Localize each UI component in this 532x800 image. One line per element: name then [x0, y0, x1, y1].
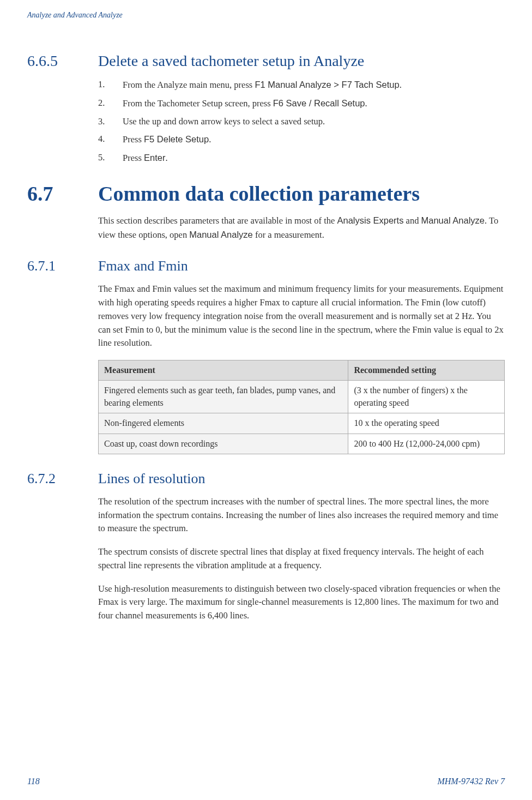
- section-title-671: Fmax and Fmin: [98, 258, 188, 274]
- intro-67: This section describes parameters that a…: [98, 214, 505, 242]
- section-title-67: Common data collection parameters: [98, 182, 420, 206]
- para-671: The Fmax and Fmin values set the maximum…: [98, 282, 505, 350]
- page-number: 118: [27, 777, 40, 786]
- para-672-1: The resolution of the spectrum increases…: [98, 495, 505, 536]
- table-row: Non-fingered elements10 x the operating …: [99, 413, 505, 434]
- section-title-665: Delete a saved tachometer setup in Analy…: [98, 52, 364, 70]
- table-header-measurement: Measurement: [99, 360, 348, 381]
- list-item: 2.From the Tachometer Setup screen, pres…: [98, 97, 505, 111]
- list-item: 3.Use the up and down arrow keys to sele…: [98, 115, 505, 129]
- list-item: 4.Press F5 Delete Setup.: [98, 133, 505, 147]
- table-header-setting: Recommended setting: [348, 360, 505, 381]
- list-item: 5.Press Enter.: [98, 151, 505, 165]
- section-number-67: 6.7: [27, 182, 98, 206]
- running-header: Analyze and Advanced Analyze: [27, 11, 505, 20]
- table-row: Coast up, coast down recordings200 to 40…: [99, 434, 505, 454]
- table-row: Fingered elements such as gear teeth, fa…: [99, 381, 505, 413]
- fmax-table: Measurement Recommended setting Fingered…: [98, 360, 505, 454]
- section-number-672: 6.7.2: [27, 471, 98, 487]
- para-672-2: The spectrum consists of discrete spectr…: [98, 545, 505, 573]
- list-item: 1.From the Analyze main menu, press F1 M…: [98, 78, 505, 92]
- doc-id: MHM-97432 Rev 7: [437, 777, 505, 786]
- section-title-672: Lines of resolution: [98, 471, 205, 487]
- para-672-3: Use high-resolution measurements to dist…: [98, 582, 505, 623]
- step-list-665: 1.From the Analyze main menu, press F1 M…: [98, 78, 505, 165]
- section-number-665: 6.6.5: [27, 52, 98, 70]
- section-number-671: 6.7.1: [27, 258, 98, 274]
